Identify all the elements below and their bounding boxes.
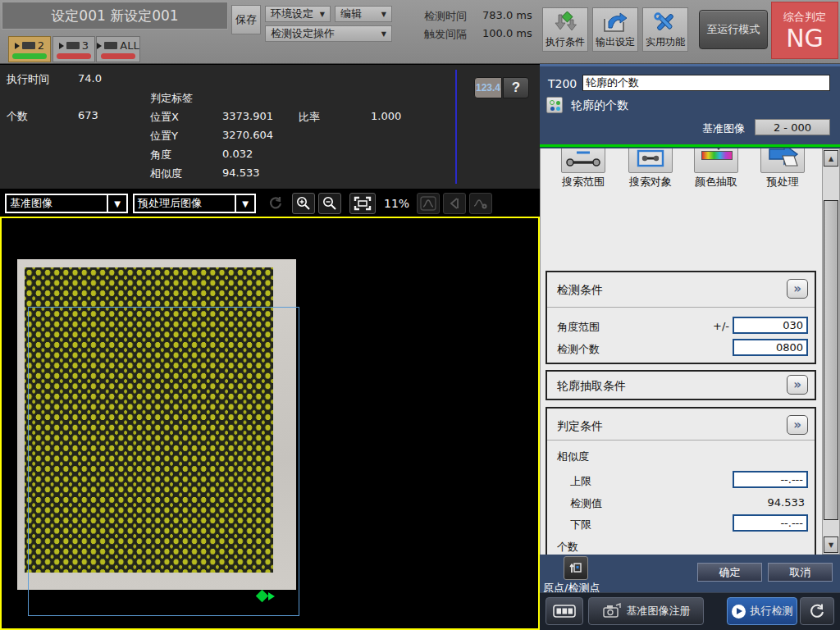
execution-condition-button[interactable]: 执行条件 — [542, 7, 588, 52]
expand-contour-extraction-button[interactable]: » — [787, 375, 808, 395]
ok-button[interactable]: 确定 — [697, 563, 762, 582]
utility-tools-icon — [653, 11, 678, 34]
help-button[interactable]: ? — [503, 77, 529, 98]
tab-status-ok — [12, 53, 47, 59]
environment-settings-label: 环境设定 — [271, 7, 313, 21]
origin-detection-point-button[interactable] — [564, 556, 588, 580]
scroll-up-button[interactable]: ▲ — [824, 150, 838, 167]
similarity-upper-input[interactable]: --.--- — [733, 471, 808, 488]
chevron-down-icon: ▼ — [107, 195, 126, 212]
numeric-display-button[interactable]: 123.4 — [474, 77, 502, 98]
count-group-label: 个数 — [557, 540, 578, 555]
scrollbar-thumb[interactable] — [824, 200, 838, 520]
execution-condition-icon — [553, 11, 578, 34]
detection-condition-section: 检测条件 » 角度范围 +/- 030 检测个数 0800 — [546, 271, 816, 364]
contour-count-unit-icon — [546, 97, 563, 113]
color-extraction-button[interactable] — [694, 148, 738, 173]
search-target-button[interactable] — [628, 148, 673, 173]
detection-condition-title: 检测条件 — [557, 283, 603, 298]
zoom-out-button[interactable] — [318, 193, 341, 214]
count-value: 673 — [78, 109, 98, 121]
filmstrip-icon — [553, 604, 576, 619]
angle-range-prefix: +/- — [713, 320, 729, 332]
scroll-down-button[interactable]: ▼ — [824, 536, 838, 553]
search-target-label: 搜索对象 — [628, 175, 673, 189]
utility-button[interactable]: 实用功能 — [642, 7, 688, 52]
register-reference-image-button[interactable]: 基准图像注册 — [588, 597, 704, 625]
tab-camera-3[interactable]: 3 — [52, 36, 95, 62]
settings-scroll-area: 搜索范围 搜索对象 颜色抽取 预处理 检测条件 » 角度范围 — [540, 148, 822, 555]
switch-to-run-mode-button[interactable]: 至运行模式 — [699, 10, 768, 49]
detect-count-input[interactable]: 0800 — [733, 339, 808, 356]
divider — [547, 307, 815, 308]
register-reference-image-label: 基准图像注册 — [627, 604, 691, 619]
inspection-settings-menu[interactable]: 检测设定操作 ▼ — [265, 25, 392, 42]
unit-settings-panel: T200 轮廓的个数 轮廓的个数 基准图像 2 - 000 搜索范围 搜索对象 — [540, 64, 840, 630]
image-list-button[interactable] — [546, 597, 583, 625]
edit-menu[interactable]: 编辑 ▼ — [335, 6, 392, 22]
divider — [547, 440, 815, 441]
exec-time-label: 执行时间 — [7, 72, 49, 87]
unit-id: T200 — [548, 77, 577, 90]
environment-settings-menu[interactable]: 环境设定 ▼ — [265, 6, 331, 22]
run-detection-label: 执行检测 — [751, 604, 793, 619]
search-range-button[interactable] — [561, 148, 605, 173]
display-mode-dropdown[interactable]: 预处理后图像 ▼ — [133, 194, 256, 213]
angle-range-input[interactable]: 030 — [733, 317, 808, 334]
trigger-interval-label: 触发间隔 — [424, 27, 467, 42]
zoom-in-button[interactable] — [292, 193, 315, 214]
tab-icon — [104, 42, 117, 49]
tab-camera-2[interactable]: 2 — [8, 36, 51, 62]
similarity-label: 相似度 — [150, 167, 182, 181]
run-detection-button[interactable]: 执行检测 — [727, 597, 797, 625]
tab-all[interactable]: ALL — [96, 36, 140, 62]
profile-display-icon — [417, 193, 440, 214]
inspection-settings-label: 检测设定操作 — [271, 26, 335, 41]
image-viewer-canvas[interactable] — [0, 217, 540, 630]
trigger-interval-value: 100.0 ms — [482, 27, 532, 39]
judge-tag-label: 判定标签 — [150, 91, 193, 106]
refresh-button[interactable] — [800, 597, 834, 625]
cancel-button[interactable]: 取消 — [768, 563, 833, 582]
back-view-icon — [443, 193, 466, 214]
overall-judgement-label: 综合判定 — [783, 10, 826, 25]
reference-image-selector[interactable]: 2 - 000 — [755, 119, 830, 135]
tab-status-ng — [101, 53, 135, 59]
tab-label: 3 — [82, 39, 89, 52]
ratio-label: 比率 — [299, 110, 320, 125]
exec-time-value: 74.0 — [78, 72, 102, 84]
detection-point-arrow — [268, 592, 275, 600]
similarity-measured-value: 94.533 — [768, 496, 806, 509]
inspection-photo — [17, 259, 296, 590]
image-source-dropdown[interactable]: 基准图像 ▼ — [5, 194, 128, 213]
expand-judgement-condition-button[interactable]: » — [787, 415, 808, 435]
contour-extraction-section: 轮廓抽取条件 » — [546, 370, 816, 400]
refresh-view-icon — [264, 193, 287, 214]
preprocess-button[interactable] — [760, 148, 805, 173]
zoom-level: 11% — [384, 197, 409, 210]
angle-value: 0.032 — [222, 148, 253, 160]
ratio-value: 1.000 — [371, 110, 401, 122]
reference-image-label: 基准图像 — [702, 121, 745, 136]
refresh-icon — [808, 602, 826, 620]
tab-label: ALL — [120, 39, 139, 52]
expand-detection-condition-button[interactable]: » — [787, 279, 808, 299]
fit-to-screen-button[interactable] — [349, 193, 376, 214]
judgement-condition-title: 判定条件 — [557, 419, 603, 434]
measurement-results-panel: 执行时间 74.0 个数 673 判定标签 位置X 3373.901 位置Y 3… — [0, 65, 540, 189]
top-bar: 设定001 新设定001 保存 环境设定 ▼ 编辑 ▼ 检测设定操作 ▼ 2 3… — [0, 0, 840, 64]
count-label: 个数 — [7, 109, 28, 124]
tab-icon — [15, 43, 20, 49]
tab-icon — [97, 43, 102, 49]
unit-name-input[interactable]: 轮廓的个数 — [582, 75, 830, 91]
tab-label: 2 — [38, 39, 44, 52]
tab-icon — [22, 42, 35, 49]
save-button[interactable]: 保存 — [231, 5, 261, 34]
similarity-lower-input[interactable]: --.--- — [733, 514, 808, 532]
output-settings-button[interactable]: 输出设定 — [592, 7, 638, 52]
settings-scrollbar[interactable]: ▲ ▼ — [822, 148, 840, 555]
vision-inspection-app: 设定001 新设定001 保存 环境设定 ▼ 编辑 ▼ 检测设定操作 ▼ 2 3… — [0, 0, 840, 630]
panel-divider — [455, 70, 457, 184]
camera-icon — [602, 603, 622, 619]
similarity-lower-label: 下限 — [570, 518, 591, 532]
